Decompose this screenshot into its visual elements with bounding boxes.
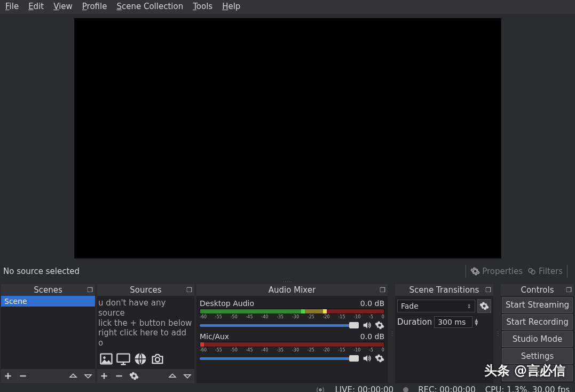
add-icon[interactable] [3, 371, 13, 381]
source-toolbar: No source selected Properties Filters [0, 263, 575, 280]
sources-panel: Sources ❐ u don't have any source lick t… [97, 284, 194, 383]
sources-title: Sources [130, 285, 161, 295]
move-down-icon[interactable] [183, 371, 192, 381]
menu-scene-collection[interactable]: Scene Collection [116, 2, 183, 11]
meter-scale: -60-55-50-45-40-35-30-25-20-15-10-50 [200, 348, 384, 352]
gear-icon[interactable] [375, 354, 384, 363]
meter-desktop [200, 309, 384, 314]
live-status: LIVE: 00:00:00 [335, 385, 393, 393]
record-dot-icon [403, 387, 408, 393]
move-up-icon[interactable] [168, 371, 177, 381]
transitions-panel: Scene Transitions ❐ Fade ⇕ Duration 300 … [395, 284, 493, 383]
move-up-icon[interactable] [68, 371, 78, 381]
watermark: 头条 @言必信 [484, 362, 565, 379]
no-source-label: No source selected [3, 266, 80, 276]
duration-label: Duration [397, 317, 432, 327]
menu-bar: File Edit View Profile Scene Collection … [0, 0, 575, 14]
globe-icon [132, 351, 148, 369]
menu-edit[interactable]: Edit [28, 2, 44, 11]
remove-icon[interactable] [114, 371, 124, 381]
sources-empty-hint[interactable]: u don't have any source lick the + butto… [97, 296, 194, 369]
gear-icon[interactable] [129, 371, 139, 381]
display-icon [115, 351, 131, 369]
mixer-title: Audio Mixer [269, 285, 316, 295]
gear-icon [479, 301, 489, 311]
studio-mode-button[interactable]: Studio Mode [502, 331, 573, 347]
preview-canvas[interactable] [74, 18, 501, 258]
add-icon[interactable] [99, 371, 109, 381]
scenes-panel: Scenes ❐ Scene [1, 284, 95, 383]
gear-icon[interactable] [375, 320, 384, 330]
volume-slider[interactable] [200, 324, 359, 327]
spinner-arrows-icon[interactable]: ▲▼ [475, 318, 478, 326]
move-down-icon[interactable] [83, 371, 93, 381]
audio-mixer-panel: Audio Mixer ❐ Desktop Audio 0.0 dB -60-5… [196, 284, 388, 383]
preview-area [0, 14, 575, 263]
controls-title: Controls [521, 285, 554, 295]
menu-view[interactable]: View [53, 2, 73, 11]
scenes-title: Scenes [34, 285, 62, 295]
speaker-icon[interactable] [362, 320, 372, 330]
meter-mic [200, 342, 384, 347]
image-icon [98, 351, 114, 369]
popout-icon[interactable]: ❐ [566, 286, 572, 294]
remove-icon[interactable] [18, 371, 28, 381]
scene-item[interactable]: Scene [1, 296, 95, 307]
menu-file[interactable]: File [5, 2, 19, 11]
speaker-icon[interactable] [362, 354, 372, 363]
gear-icon [470, 266, 480, 276]
start-recording-button[interactable]: Start Recording [502, 314, 573, 330]
svg-point-7 [319, 388, 322, 391]
transition-select[interactable]: Fade ⇕ [397, 300, 475, 312]
popout-icon[interactable]: ❐ [380, 286, 385, 294]
properties-button[interactable]: Properties [470, 266, 523, 276]
popout-icon[interactable]: ❐ [485, 286, 491, 294]
chevron-updown-icon: ⇕ [467, 303, 471, 309]
filter-icon [527, 266, 537, 276]
svg-rect-4 [117, 354, 129, 362]
popout-icon[interactable]: ❐ [186, 286, 192, 294]
camera-icon [149, 351, 166, 369]
mixer-channel-mic: Mic/Aux 0.0 dB -60-55-50-45-40-35-30-25-… [200, 332, 384, 363]
drag-handle-icon[interactable]: ⋮ [390, 331, 393, 336]
drag-handle-icon[interactable]: ⋮ [495, 331, 499, 336]
meter-scale: -60-55-50-45-40-35-30-25-20-15-10-50 [200, 315, 384, 319]
menu-help[interactable]: Help [222, 2, 240, 11]
broadcast-icon [316, 385, 325, 393]
status-bar: LIVE: 00:00:00 REC: 00:00:00 CPU: 1.3%, … [0, 383, 575, 393]
volume-slider[interactable] [200, 357, 359, 360]
popout-icon[interactable]: ❐ [87, 286, 93, 294]
scene-list[interactable]: Scene [1, 296, 95, 369]
menu-profile[interactable]: Profile [82, 2, 107, 11]
start-streaming-button[interactable]: Start Streaming [502, 297, 573, 313]
menu-tools[interactable]: Tools [193, 2, 212, 11]
transitions-title: Scene Transitions [409, 285, 479, 295]
svg-point-3 [103, 356, 106, 359]
cpu-status: CPU: 1.3%, 30.00 fps [485, 385, 570, 393]
transition-settings-button[interactable] [477, 299, 491, 313]
duration-input[interactable]: 300 ms [434, 316, 472, 328]
rec-status: REC: 00:00:00 [418, 385, 476, 393]
mixer-channel-desktop: Desktop Audio 0.0 dB -60-55-50-45-40-35-… [200, 299, 384, 330]
filters-button[interactable]: Filters [527, 266, 563, 276]
svg-point-6 [155, 357, 160, 362]
